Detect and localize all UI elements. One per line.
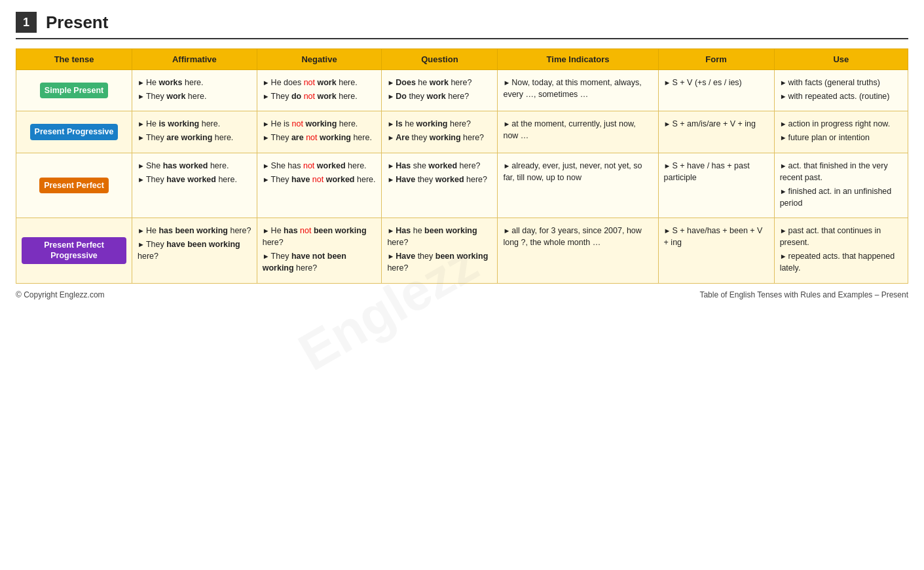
table-caption: Table of English Tenses with Rules and E… <box>699 290 908 299</box>
col-header-use: Use <box>774 49 908 70</box>
affirmative-cell-2: ►She has worked here.►They have worked h… <box>132 153 257 218</box>
use-cell-2: ►act. that finished in the very recent p… <box>774 153 908 218</box>
table-row: Present Perfect►She has worked here.►The… <box>16 153 908 218</box>
tense-table: The tense Affirmative Negative Question … <box>16 48 908 284</box>
tense-cell-2: Present Perfect <box>16 153 132 218</box>
form-cell-2: ►S + have / has + past participle <box>658 153 774 218</box>
col-header-form: Form <box>658 49 774 70</box>
tense-badge-2: Present Perfect <box>39 178 109 193</box>
table-row: Present Perfect Progressive►He has been … <box>16 218 908 284</box>
time-cell-3: ►all day, for 3 years, since 2007, how l… <box>498 218 658 284</box>
section-number: 1 <box>16 12 37 33</box>
tense-badge-3: Present Perfect Progressive <box>22 237 126 264</box>
col-header-tense: The tense <box>16 49 132 70</box>
col-header-negative: Negative <box>257 49 382 70</box>
col-header-question: Question <box>382 49 498 70</box>
copyright: © Copyright Englezz.com <box>16 290 105 299</box>
negative-cell-0: ►He does not work here.►They do not work… <box>257 70 382 111</box>
time-cell-1: ►at the moment, currently, just now, now… <box>498 111 658 153</box>
tense-cell-0: Simple Present <box>16 70 132 111</box>
form-cell-1: ►S + am/is/are + V + ing <box>658 111 774 153</box>
negative-cell-2: ►She has not worked here.►They have not … <box>257 153 382 218</box>
time-cell-2: ►already, ever, just, never, not yet, so… <box>498 153 658 218</box>
tense-cell-3: Present Perfect Progressive <box>16 218 132 284</box>
negative-cell-3: ►He has not been working here?►They have… <box>257 218 382 284</box>
question-cell-0: ►Does he work here?►Do they work here? <box>382 70 498 111</box>
question-cell-1: ►Is he working here?►Are they working he… <box>382 111 498 153</box>
affirmative-cell-0: ►He works here.►They work here. <box>132 70 257 111</box>
question-cell-3: ►Has he been working here?►Have they bee… <box>382 218 498 284</box>
question-cell-2: ►Has she worked here?►Have they worked h… <box>382 153 498 218</box>
use-cell-3: ►past act. that continues in present.►re… <box>774 218 908 284</box>
use-cell-0: ►with facts (general truths)►with repeat… <box>774 70 908 111</box>
form-cell-3: ►S + have/has + been + V + ing <box>658 218 774 284</box>
footer: © Copyright Englezz.com Table of English… <box>16 290 908 299</box>
tense-badge-1: Present Progressive <box>30 124 119 140</box>
negative-cell-1: ►He is not working here.►They are not wo… <box>257 111 382 153</box>
tense-cell-1: Present Progressive <box>16 111 132 153</box>
table-header-row: The tense Affirmative Negative Question … <box>16 49 908 70</box>
col-header-time: Time Indicators <box>498 49 658 70</box>
time-cell-0: ►Now, today, at this moment, always, eve… <box>498 70 658 111</box>
tense-table-wrapper: Englezz The tense Affirmative Negative Q… <box>16 48 908 284</box>
affirmative-cell-1: ►He is working here.►They are working he… <box>132 111 257 153</box>
page-header: 1 Present <box>16 12 908 39</box>
page-title: Present <box>46 12 108 33</box>
table-row: Simple Present►He works here.►They work … <box>16 70 908 111</box>
use-cell-1: ►action in progress right now.►future pl… <box>774 111 908 153</box>
table-row: Present Progressive►He is working here.►… <box>16 111 908 153</box>
col-header-affirmative: Affirmative <box>132 49 257 70</box>
tense-badge-0: Simple Present <box>40 83 108 98</box>
form-cell-0: ►S + V (+s / es / ies) <box>658 70 774 111</box>
affirmative-cell-3: ►He has been working here?►They have bee… <box>132 218 257 284</box>
